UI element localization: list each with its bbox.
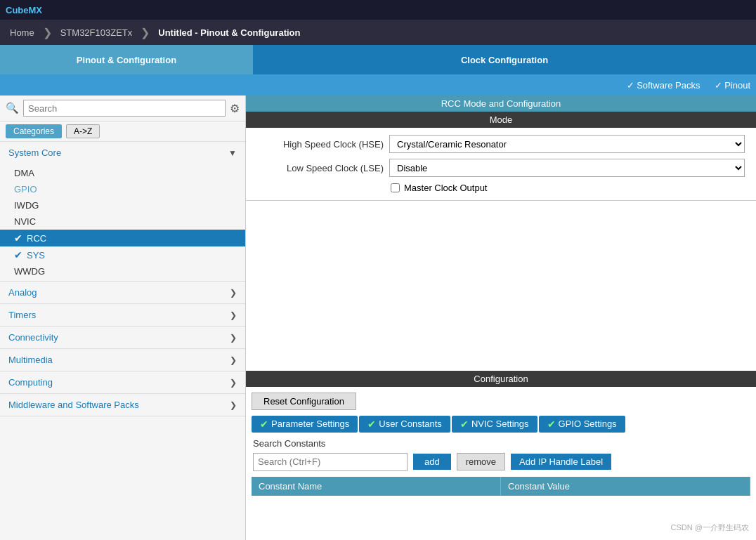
breadcrumb-project[interactable]: Untitled - Pinout & Configuration	[151, 25, 307, 41]
breadcrumb-bar: Home ❯ STM32F103ZETx ❯ Untitled - Pinout…	[0, 20, 756, 45]
breadcrumb-device[interactable]: STM32F103ZETx	[53, 25, 140, 41]
sidebar-section-header-analog[interactable]: Analog ❯	[0, 282, 245, 303]
sidebar-item-iwdg[interactable]: IWDG	[0, 197, 245, 213]
sidebar: 🔍 ⚙ Categories A->Z System Core ▼ DMA GP	[0, 96, 246, 540]
sidebar-item-dma[interactable]: DMA	[0, 165, 245, 181]
tab-categories[interactable]: Categories	[6, 124, 62, 138]
gpio-label: GPIO	[14, 184, 37, 195]
add-constant-button[interactable]: add	[413, 454, 451, 470]
mode-spacer	[246, 201, 756, 371]
tab-pinout-configuration[interactable]: Pinout & Configuration	[0, 45, 253, 74]
sidebar-section-header-multimedia[interactable]: Multimedia ❯	[0, 349, 245, 371]
sidebar-section-analog: Analog ❯	[0, 282, 245, 304]
main-layout: 🔍 ⚙ Categories A->Z System Core ▼ DMA GP	[0, 96, 756, 540]
breadcrumb-home[interactable]: Home	[3, 25, 41, 41]
reset-configuration-button[interactable]: Reset Configuration	[252, 393, 356, 410]
search-icon: 🔍	[6, 102, 19, 114]
sidebar-items-system-core: DMA GPIO IWDG NVIC ✔ RCC	[0, 164, 245, 281]
sidebar-section-header-connectivity[interactable]: Connectivity ❯	[0, 327, 245, 348]
config-header: Configuration	[246, 371, 756, 387]
sidebar-item-gpio[interactable]: GPIO	[0, 181, 245, 197]
sidebar-section-header-system-core[interactable]: System Core ▼	[0, 142, 245, 164]
sidebar-item-nvic[interactable]: NVIC	[0, 213, 245, 230]
tab-clock-configuration[interactable]: Clock Configuration	[253, 45, 756, 74]
hse-select[interactable]: Crystal/Ceramic Resonator Disable BYPASS…	[389, 135, 745, 153]
config-tab-gpio-settings[interactable]: ✔ GPIO Settings	[539, 416, 625, 433]
sidebar-item-wwdg[interactable]: WWDG	[0, 263, 245, 279]
content-area: RCC Mode and Configuration Mode High Spe…	[246, 96, 756, 540]
sidebar-section-system-core: System Core ▼ DMA GPIO IWDG NVIC	[0, 142, 245, 282]
analog-label: Analog	[8, 287, 37, 298]
add-ip-handle-label-button[interactable]: Add IP Handle Label	[511, 454, 611, 470]
search-constants-label: Search Constants	[253, 438, 749, 449]
sidebar-section-computing: Computing ❯	[0, 371, 245, 394]
sys-check-icon: ✔	[14, 249, 22, 261]
rcc-header: RCC Mode and Configuration	[246, 96, 756, 112]
search-row: add remove Add IP Handle Label	[253, 453, 749, 471]
gear-icon[interactable]: ⚙	[230, 102, 240, 115]
config-tab-user-constants[interactable]: ✔ User Constants	[359, 416, 450, 433]
config-tabs: ✔ Parameter Settings ✔ User Constants ✔ …	[252, 416, 750, 433]
search-constants-input[interactable]	[253, 453, 408, 471]
tab-header: Pinout & Configuration Clock Configurati…	[0, 45, 756, 74]
dma-label: DMA	[14, 168, 34, 178]
nvic-settings-check-icon: ✔	[460, 419, 469, 430]
middleware-arrow: ❯	[230, 400, 237, 410]
search-constants-area: Search Constants add remove Add IP Handl…	[252, 438, 750, 471]
iwdg-label: IWDG	[14, 200, 39, 211]
lse-select[interactable]: Disable Crystal/Ceramic Resonator BYPASS…	[389, 159, 745, 177]
sidebar-section-header-middleware[interactable]: Middleware and Software Packs ❯	[0, 394, 245, 416]
mode-content: High Speed Clock (HSE) Crystal/Ceramic R…	[246, 128, 756, 201]
sidebar-item-sys[interactable]: ✔ SYS	[0, 246, 245, 263]
breadcrumb-arrow-2: ❯	[141, 26, 150, 39]
sub-tab-pinout[interactable]: ✓ Pinout	[715, 80, 750, 91]
timers-arrow: ❯	[230, 310, 237, 320]
constant-value-col-header: Constant Value	[501, 477, 750, 496]
mode-section-header: Mode	[246, 112, 756, 128]
sidebar-section-timers: Timers ❯	[0, 304, 245, 327]
connectivity-arrow: ❯	[230, 333, 237, 343]
connectivity-label: Connectivity	[8, 332, 58, 343]
master-clock-row: Master Clock Output	[391, 183, 745, 193]
computing-label: Computing	[8, 377, 53, 388]
multimedia-label: Multimedia	[8, 355, 53, 365]
config-tab-nvic-settings[interactable]: ✔ NVIC Settings	[452, 416, 537, 433]
user-constants-check-icon: ✔	[367, 419, 376, 430]
sidebar-section-header-timers[interactable]: Timers ❯	[0, 304, 245, 326]
lse-row: Low Speed Clock (LSE) Disable Crystal/Ce…	[257, 159, 745, 177]
master-clock-label[interactable]: Master Clock Output	[404, 183, 488, 193]
sidebar-section-header-computing[interactable]: Computing ❯	[0, 371, 245, 393]
computing-arrow: ❯	[230, 378, 237, 388]
multimedia-arrow: ❯	[230, 355, 237, 365]
wwdg-label: WWDG	[14, 266, 45, 277]
config-section: Configuration Reset Configuration ✔ Para…	[246, 371, 756, 541]
analog-arrow: ❯	[230, 288, 237, 298]
sidebar-section-connectivity: Connectivity ❯	[0, 327, 245, 349]
hse-label: High Speed Clock (HSE)	[257, 139, 384, 150]
tab-az[interactable]: A->Z	[66, 124, 100, 138]
gpio-settings-check-icon: ✔	[547, 419, 556, 430]
parameter-settings-check-icon: ✔	[260, 419, 268, 430]
search-input[interactable]	[23, 100, 226, 117]
middleware-label: Middleware and Software Packs	[8, 400, 139, 410]
lse-label: Low Speed Clock (LSE)	[257, 163, 384, 173]
sidebar-search-bar: 🔍 ⚙	[0, 96, 245, 121]
sub-tab-bar: ✓ Software Packs ✓ Pinout	[0, 74, 756, 96]
rcc-check-icon: ✔	[14, 232, 22, 244]
sidebar-item-rcc[interactable]: ✔ RCC	[0, 230, 245, 246]
breadcrumb-arrow-1: ❯	[43, 26, 52, 39]
system-core-label: System Core	[8, 147, 61, 158]
rcc-label: RCC	[27, 233, 46, 244]
sub-tab-software-packs[interactable]: ✓ Software Packs	[627, 80, 700, 91]
config-tab-parameter-settings[interactable]: ✔ Parameter Settings	[252, 416, 358, 433]
system-core-arrow: ▼	[228, 148, 237, 158]
hse-row: High Speed Clock (HSE) Crystal/Ceramic R…	[257, 135, 745, 153]
config-content: Reset Configuration ✔ Parameter Settings…	[246, 387, 756, 541]
remove-constant-button[interactable]: remove	[457, 453, 505, 470]
nvic-label: NVIC	[14, 216, 36, 227]
timers-label: Timers	[8, 310, 36, 320]
master-clock-checkbox[interactable]	[391, 183, 400, 192]
watermark: CSDN @一介野生码农	[671, 522, 749, 533]
sidebar-section-multimedia: Multimedia ❯	[0, 349, 245, 371]
constants-table-header: Constant Name Constant Value	[252, 477, 750, 496]
